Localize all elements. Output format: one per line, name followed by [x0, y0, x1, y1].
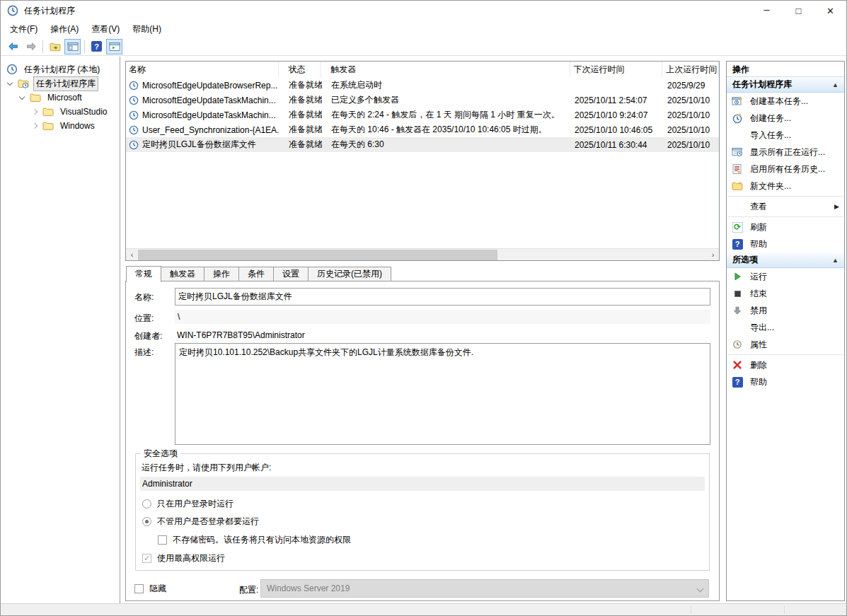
action-view[interactable]: 查看 ▶ — [727, 198, 844, 215]
action-pane-icon — [109, 41, 120, 52]
actions-group-selected-item-header[interactable]: 所选项 ▲ — [727, 252, 844, 268]
task-row[interactable]: MicrosoftEdgeUpdateBrowserRep... 准备就绪 在系… — [126, 78, 719, 93]
task-name-field[interactable]: 定时拷贝LGJL备份数据库文件 — [175, 288, 710, 306]
tab-settings[interactable]: 设置 — [273, 267, 309, 281]
radio-run-when-logged-on: 只在用户登录时运行 — [142, 498, 234, 510]
column-header-name[interactable]: 名称 — [126, 62, 279, 78]
column-header-last-run[interactable]: 上次运行时间 — [662, 62, 719, 78]
task-location-value: \ — [175, 310, 710, 324]
task-next-run: 2025/10/10 9:24:07 — [571, 107, 664, 122]
task-trigger: 已定义多个触发器 — [322, 93, 571, 107]
action-properties[interactable]: 属性 — [727, 336, 844, 353]
action-export[interactable]: 导出... — [727, 319, 844, 336]
end-icon — [732, 288, 743, 299]
action-enable-task-history[interactable]: 启用所有任务历史... — [727, 161, 844, 178]
task-clock-icon — [129, 81, 139, 91]
maximize-button[interactable]: □ — [783, 1, 814, 21]
scroll-right-arrow[interactable]: › — [707, 249, 719, 260]
actions-group-library-header[interactable]: 任务计划程序库 ▲ — [727, 77, 844, 93]
action-create-task[interactable]: 创建任务... — [727, 110, 844, 127]
sidebar-item-task-scheduler-local[interactable]: 任务计划程序 (本地) — [1, 62, 120, 76]
status-bar — [1, 603, 846, 615]
task-trigger: 在每天的 2:24 - 触发后，在 1 天 期间每隔 1 小时 重复一次。 — [322, 107, 571, 122]
action-help-selected[interactable]: ? 帮助 — [727, 373, 844, 390]
sidebar-item-microsoft[interactable]: Microsoft — [1, 91, 120, 105]
tab-history-disabled[interactable]: 历史记录(已禁用) — [308, 267, 391, 281]
task-status: 准备就绪 — [280, 122, 322, 137]
checkbox-label: 不存储密码。该任务将只有访问本地资源的权限 — [173, 534, 351, 546]
help-icon: ? — [732, 376, 743, 388]
action-delete[interactable]: 删除 — [727, 356, 844, 373]
minimize-button[interactable]: – — [751, 1, 783, 21]
chevron-right-icon[interactable] — [32, 123, 38, 129]
radio-icon — [142, 499, 151, 509]
actions-separator — [727, 216, 843, 217]
no-icon — [732, 322, 743, 333]
action-pane-toggle-button[interactable] — [106, 39, 122, 54]
sidebar-item-task-scheduler-library[interactable]: 任务计划程序库 — [1, 76, 120, 91]
menu-action[interactable]: 操作(A) — [44, 21, 85, 37]
task-next-run: 2025/10/11 2:54:07 — [571, 93, 664, 107]
titlebar: 任务计划程序 – □ ✕ — [1, 1, 846, 21]
console-tree-toggle-button[interactable] — [64, 39, 81, 54]
status-bar-divider — [784, 605, 785, 614]
action-create-basic-task[interactable]: 创建基本任务... — [727, 93, 844, 110]
action-refresh[interactable]: ⟳ 刷新 — [727, 219, 844, 236]
task-name: MicrosoftEdgeUpdateBrowserRep... — [142, 81, 277, 91]
radio-run-whether-logged-on: 不管用户是否登录都要运行 — [142, 516, 259, 528]
action-new-folder[interactable]: 新文件夹... — [727, 178, 844, 194]
action-import-task[interactable]: 导入任务... — [727, 127, 844, 144]
task-next-run: 2025/10/10 10:46:05 — [571, 122, 664, 137]
radio-selected-icon — [142, 517, 151, 526]
sidebar-item-visualstudio[interactable]: VisualStudio — [1, 105, 120, 119]
sidebar-item-windows[interactable]: Windows — [1, 119, 120, 133]
menu-file[interactable]: 文件(F) — [4, 21, 44, 37]
author-label: 创建者: — [134, 330, 162, 342]
help-icon: ? — [732, 238, 743, 250]
collapse-icon[interactable]: ▲ — [832, 81, 839, 88]
chevron-down-icon[interactable] — [19, 93, 25, 99]
export-list-button[interactable] — [47, 39, 63, 54]
action-label: 查看 — [750, 201, 767, 213]
column-header-next-run[interactable]: 下次运行时间 — [570, 62, 663, 78]
create-task-icon — [732, 112, 743, 124]
library-clock-icon — [18, 78, 29, 89]
collapse-icon[interactable]: ▲ — [832, 257, 839, 264]
action-disable[interactable]: 禁用 — [727, 302, 844, 319]
tab-general[interactable]: 常规 — [126, 266, 161, 282]
action-run[interactable]: 运行 — [727, 268, 844, 285]
task-row[interactable]: User_Feed_Synchronization-{A1EA... 准备就绪 … — [126, 122, 719, 137]
action-display-running-tasks[interactable]: 显示所有正在运行... — [727, 144, 844, 161]
task-row[interactable]: MicrosoftEdgeUpdateTaskMachin... 准备就绪 在每… — [126, 107, 719, 122]
back-button[interactable] — [5, 39, 21, 54]
tab-conditions[interactable]: 条件 — [238, 267, 274, 281]
sidebar-item-label: 任务计划程序 (本地) — [22, 63, 102, 76]
main-area: 任务计划程序 (本地) 任务计划程序库 Microsoft — [1, 57, 846, 603]
action-help[interactable]: ? 帮助 — [727, 236, 844, 252]
column-header-trigger[interactable]: 触发器 — [321, 62, 570, 78]
chevron-right-icon[interactable] — [32, 109, 38, 115]
tab-actions[interactable]: 操作 — [204, 267, 239, 281]
task-name: MicrosoftEdgeUpdateTaskMachin... — [142, 95, 276, 105]
scroll-left-arrow[interactable]: ‹ — [126, 249, 138, 260]
horizontal-scrollbar[interactable]: ‹ › — [126, 248, 719, 260]
forward-button[interactable] — [23, 39, 39, 54]
configure-for-value: Windows Server 2019 — [267, 583, 350, 593]
chevron-down-icon[interactable] — [7, 79, 13, 85]
tab-triggers[interactable]: 触发器 — [161, 267, 204, 281]
checkbox-hidden: 隐藏 — [134, 583, 166, 595]
column-header-status[interactable]: 状态 — [279, 62, 321, 78]
scrollbar-thumb[interactable] — [138, 250, 497, 260]
configure-label: 配置: — [239, 584, 258, 596]
account-value: Administrator — [140, 477, 705, 491]
task-row[interactable]: MicrosoftEdgeUpdateTaskMachin... 准备就绪 已定… — [126, 93, 719, 107]
help-button[interactable]: ? — [88, 39, 105, 54]
task-clock-icon — [129, 140, 139, 150]
task-description-field[interactable]: 定时拷贝10.101.10.252\Backup共享文件夹下的LGJL计量系统数… — [175, 343, 710, 445]
menu-help[interactable]: 帮助(H) — [126, 21, 168, 37]
menu-view[interactable]: 查看(V) — [85, 21, 126, 37]
action-label: 创建任务... — [750, 112, 791, 124]
action-end[interactable]: 结束 — [727, 285, 844, 302]
task-row-selected[interactable]: 定时拷贝LGJL备份数据库文件 准备就绪 在每天的 6:30 2025/10/1… — [126, 137, 719, 152]
close-button[interactable]: ✕ — [814, 1, 846, 21]
